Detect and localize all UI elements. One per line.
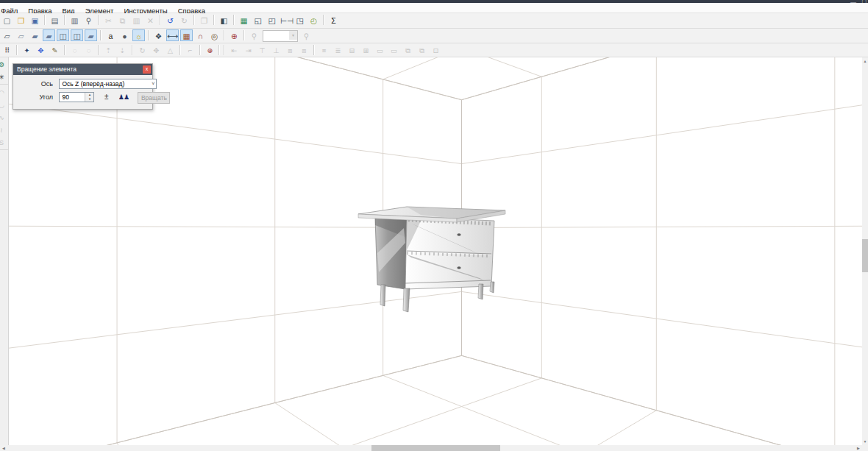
export-document-icon[interactable]: ▤ — [49, 14, 61, 26]
rotation-dialog: Вращение элемента x Ось Ось Z (вперёд-на… — [13, 63, 153, 110]
toolbar-separator — [132, 45, 133, 55]
axis-label: Ось — [13, 79, 53, 90]
toolbar-separator — [160, 15, 161, 25]
view-textured-icon[interactable]: ◫ — [57, 29, 69, 41]
grid-icon[interactable]: ▦ — [180, 29, 193, 41]
vertical-scrollbar[interactable]: ▲ ▼ — [862, 57, 868, 445]
toolbar-separator — [213, 15, 215, 25]
find-window-icon[interactable]: ◱ — [252, 14, 264, 26]
text-labels-icon[interactable]: a — [104, 29, 117, 41]
dialog-titlebar[interactable]: Вращение элемента x — [13, 64, 152, 75]
distribute-v-icon: ≣ — [332, 44, 344, 55]
horizontal-scrollbar[interactable]: ◀ ▶ — [0, 445, 862, 451]
view-wireframe-icon[interactable]: ▱ — [1, 29, 13, 41]
angle-input[interactable] — [60, 93, 87, 102]
axis-select[interactable]: Ось Z (вперёд-назад) ˅ — [59, 79, 157, 89]
rotation-center-icon[interactable]: ⊕ — [204, 44, 216, 55]
vertical-scroll-thumb[interactable] — [862, 239, 868, 272]
toolbar-separator — [179, 45, 181, 55]
toolbar-separator — [0, 84, 8, 85]
view-hidden-lines-icon[interactable]: ▱ — [15, 29, 27, 41]
magnet-icon[interactable]: ∩ — [194, 29, 207, 41]
print-icon[interactable]: ▥ — [68, 14, 81, 26]
apply-to-all-icon[interactable]: ♟♟ — [118, 92, 129, 103]
application-window: — ▢ ФайлПравкаВидЭлементИнструментыСправ… — [0, 0, 868, 451]
lamp-window-icon[interactable]: ◳ — [294, 14, 306, 26]
dimensions-icon[interactable]: ⊢⊣ — [280, 14, 292, 26]
fit-width-icon: ⊟ — [346, 44, 358, 55]
spinner-down-icon[interactable]: ▼ — [85, 97, 93, 102]
zoom-in-icon: ⚲ — [300, 29, 313, 41]
toggle-sign-icon[interactable]: ± — [104, 92, 109, 103]
move-all-icon: ✥ — [150, 44, 163, 55]
cabinet-3d-object[interactable] — [358, 207, 505, 312]
settings-icon[interactable]: ⚙ — [0, 58, 7, 70]
toolbar-standard: ▢❒▣▤▥⚲✂⧉▥✕↺↻❐◧▦◱◰⊢⊣◳◴Σ — [0, 13, 868, 29]
align-left-icon: ⇤ — [228, 44, 241, 55]
close-icon[interactable]: x — [143, 65, 151, 74]
toolbar-separator — [64, 15, 65, 25]
scroll-left-icon[interactable]: ◀ — [0, 445, 7, 451]
menu-bar: ФайлПравкаВидЭлементИнструментыСправка — [0, 3, 868, 13]
toolbar-separator — [148, 30, 149, 40]
scroll-right-icon[interactable]: ▶ — [855, 445, 862, 451]
snap-center-icon[interactable]: ◎ — [208, 29, 221, 41]
view-render-icon[interactable]: ▰ — [85, 29, 97, 41]
new-document-icon[interactable]: ▢ — [1, 14, 13, 26]
select-window-icon[interactable]: ◰ — [266, 14, 278, 26]
stack-icon: ▭ — [388, 44, 400, 55]
toolbar-separator — [100, 30, 102, 40]
origin-icon[interactable]: ⊕ — [228, 29, 241, 41]
view-flat-icon[interactable]: ▰ — [29, 29, 41, 41]
dimension-lines-icon[interactable]: ⟷ — [166, 29, 179, 41]
copy-icon: ⧉ — [116, 14, 129, 26]
angle-spinbox: ▲ ▼ — [59, 92, 94, 102]
chevron-down-icon: ˅ — [152, 79, 154, 88]
angle-spinner: ▲ ▼ — [85, 93, 93, 102]
scene-canvas — [9, 57, 862, 445]
materials-sphere-icon[interactable]: ● — [118, 29, 131, 41]
edit-element-icon[interactable]: ✎ — [49, 44, 61, 55]
select-region-icon: ◌ — [82, 44, 95, 55]
open-file-icon[interactable]: ❒ — [15, 14, 27, 26]
drawer-handle-bottom — [457, 266, 460, 269]
axis-selected-value: Ось Z (вперёд-назад) — [62, 80, 124, 88]
align-front-icon: ⧈ — [284, 44, 296, 55]
structure-icon[interactable]: ❖ — [152, 29, 165, 41]
left-toolbar: ⚙✳◠◡∿≀S — [0, 57, 9, 445]
toolbar-separator — [98, 15, 99, 25]
snowflake-icon[interactable]: ✳ — [0, 71, 7, 82]
align-right-icon: ⇥ — [242, 44, 255, 55]
scroll-down-icon[interactable]: ▼ — [862, 438, 868, 445]
toolbar-separator — [224, 45, 225, 55]
undo-icon[interactable]: ↺ — [164, 14, 177, 26]
import-folder-icon: ❐ — [198, 14, 210, 26]
angle-label: Угол — [13, 92, 53, 103]
horizontal-scroll-thumb[interactable] — [371, 445, 500, 451]
view-contour-icon[interactable]: ◫ — [71, 29, 83, 41]
scroll-up-icon[interactable]: ▲ — [862, 57, 868, 65]
place-element-icon[interactable]: ✦ — [21, 44, 33, 55]
materials-list-icon[interactable]: ▦ — [238, 14, 250, 26]
rotate-icon: ↻ — [136, 44, 149, 55]
lock-icon: ⊡ — [430, 44, 442, 55]
move-element-icon[interactable]: ✥ — [35, 44, 47, 55]
toolbar-separator — [64, 45, 65, 55]
snap-grid-icon[interactable]: ⠿ — [1, 44, 13, 55]
light-icon[interactable]: ☼ — [132, 29, 145, 41]
squiggle-tool-icon: ≀ — [0, 124, 7, 135]
select-group-icon: ◌ — [68, 44, 81, 55]
save-icon[interactable]: ▣ — [29, 14, 41, 26]
toolbar-separator — [16, 45, 18, 55]
toolbar-separator — [313, 45, 315, 55]
view-shaded-icon[interactable]: ▰ — [43, 29, 55, 41]
curve-tool-icon: ◡ — [0, 99, 7, 110]
print-preview-icon[interactable]: ⚲ — [82, 14, 95, 26]
zoom-level-combo[interactable]: ▾ — [263, 30, 298, 42]
panel-toggle-icon[interactable]: ◧ — [218, 14, 230, 26]
3d-viewport[interactable]: Вращение элемента x Ось Ось Z (вперёд-на… — [9, 57, 862, 445]
sum-icon[interactable]: Σ — [327, 14, 340, 26]
scrollbar-corner — [862, 445, 868, 451]
paste-icon: ▥ — [130, 14, 143, 26]
info-window-icon[interactable]: ◴ — [307, 14, 320, 26]
